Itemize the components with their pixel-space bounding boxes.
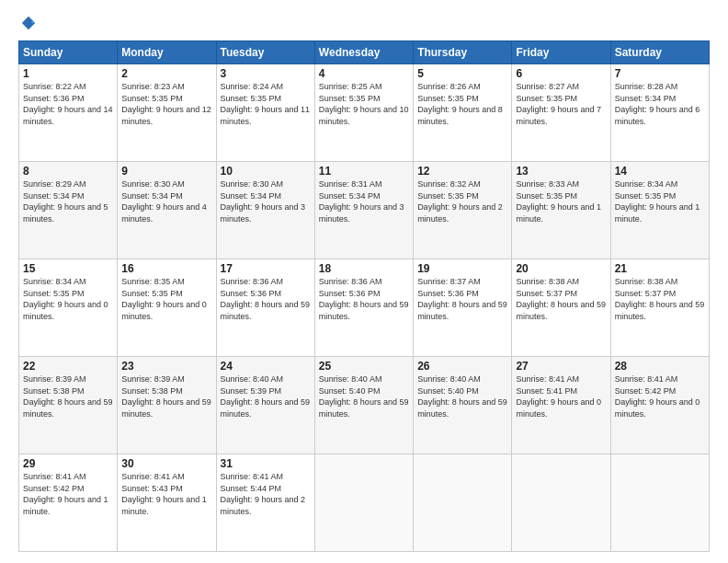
calendar-cell: 5 Sunrise: 8:26 AMSunset: 5:35 PMDayligh… xyxy=(414,64,512,162)
calendar-cell: 14 Sunrise: 8:34 AMSunset: 5:35 PMDaylig… xyxy=(610,162,709,259)
calendar-week-row: 8 Sunrise: 8:29 AMSunset: 5:34 PMDayligh… xyxy=(19,162,710,259)
day-info: Sunrise: 8:41 AMSunset: 5:43 PMDaylight:… xyxy=(121,472,207,516)
day-info: Sunrise: 8:34 AMSunset: 5:35 PMDaylight:… xyxy=(23,277,108,321)
logo-icon xyxy=(20,15,37,31)
day-info: Sunrise: 8:40 AMSunset: 5:40 PMDaylight:… xyxy=(417,374,507,419)
calendar-cell xyxy=(610,454,709,552)
calendar-cell: 29 Sunrise: 8:41 AMSunset: 5:42 PMDaylig… xyxy=(19,454,118,552)
day-info: Sunrise: 8:25 AMSunset: 5:35 PMDaylight:… xyxy=(319,82,409,126)
calendar-cell: 24 Sunrise: 8:40 AMSunset: 5:39 PMDaylig… xyxy=(216,357,314,454)
calendar-cell: 30 Sunrise: 8:41 AMSunset: 5:43 PMDaylig… xyxy=(118,454,216,552)
calendar-week-row: 15 Sunrise: 8:34 AMSunset: 5:35 PMDaylig… xyxy=(19,259,710,357)
day-info: Sunrise: 8:26 AMSunset: 5:35 PMDaylight:… xyxy=(417,82,503,126)
calendar-cell: 28 Sunrise: 8:41 AMSunset: 5:42 PMDaylig… xyxy=(610,357,709,454)
weekday-header-row: SundayMondayTuesdayWednesdayThursdayFrid… xyxy=(19,41,710,64)
day-number: 29 xyxy=(23,457,113,470)
day-number: 23 xyxy=(121,360,211,373)
calendar-page: SundayMondayTuesdayWednesdayThursdayFrid… xyxy=(0,0,728,563)
day-number: 7 xyxy=(615,67,705,80)
calendar-cell: 26 Sunrise: 8:40 AMSunset: 5:40 PMDaylig… xyxy=(414,357,512,454)
day-number: 16 xyxy=(121,262,211,275)
day-info: Sunrise: 8:39 AMSunset: 5:38 PMDaylight:… xyxy=(23,374,113,419)
calendar-cell: 17 Sunrise: 8:36 AMSunset: 5:36 PMDaylig… xyxy=(216,259,314,357)
calendar-week-row: 22 Sunrise: 8:39 AMSunset: 5:38 PMDaylig… xyxy=(19,357,710,454)
calendar-cell: 3 Sunrise: 8:24 AMSunset: 5:35 PMDayligh… xyxy=(216,64,314,162)
day-number: 27 xyxy=(516,360,606,373)
day-info: Sunrise: 8:41 AMSunset: 5:42 PMDaylight:… xyxy=(615,374,700,419)
day-number: 19 xyxy=(417,262,507,275)
weekday-header: Monday xyxy=(118,41,216,64)
calendar-cell xyxy=(414,454,512,552)
day-number: 5 xyxy=(417,67,507,80)
day-number: 28 xyxy=(615,360,705,373)
day-info: Sunrise: 8:40 AMSunset: 5:39 PMDaylight:… xyxy=(221,374,311,419)
day-number: 8 xyxy=(23,165,113,178)
calendar-cell: 8 Sunrise: 8:29 AMSunset: 5:34 PMDayligh… xyxy=(19,162,118,259)
calendar-cell: 10 Sunrise: 8:30 AMSunset: 5:34 PMDaylig… xyxy=(216,162,314,259)
day-info: Sunrise: 8:31 AMSunset: 5:34 PMDaylight:… xyxy=(319,179,404,224)
day-info: Sunrise: 8:36 AMSunset: 5:36 PMDaylight:… xyxy=(319,277,409,321)
day-info: Sunrise: 8:30 AMSunset: 5:34 PMDaylight:… xyxy=(221,179,306,224)
day-info: Sunrise: 8:36 AMSunset: 5:36 PMDaylight:… xyxy=(221,277,311,321)
day-number: 12 xyxy=(417,165,507,178)
weekday-header: Thursday xyxy=(414,41,512,64)
day-number: 17 xyxy=(221,262,311,275)
calendar-cell: 12 Sunrise: 8:32 AMSunset: 5:35 PMDaylig… xyxy=(414,162,512,259)
day-number: 13 xyxy=(516,165,606,178)
day-info: Sunrise: 8:38 AMSunset: 5:37 PMDaylight:… xyxy=(516,277,606,321)
weekday-header: Wednesday xyxy=(314,41,413,64)
calendar-cell: 11 Sunrise: 8:31 AMSunset: 5:34 PMDaylig… xyxy=(314,162,413,259)
day-info: Sunrise: 8:40 AMSunset: 5:40 PMDaylight:… xyxy=(319,374,409,419)
calendar-table: SundayMondayTuesdayWednesdayThursdayFrid… xyxy=(18,40,710,552)
day-info: Sunrise: 8:22 AMSunset: 5:36 PMDaylight:… xyxy=(23,82,113,126)
day-number: 14 xyxy=(615,165,705,178)
day-number: 6 xyxy=(516,67,606,80)
day-number: 11 xyxy=(319,165,409,178)
day-info: Sunrise: 8:35 AMSunset: 5:35 PMDaylight:… xyxy=(121,277,207,321)
day-number: 21 xyxy=(615,262,705,275)
calendar-cell xyxy=(314,454,413,552)
day-info: Sunrise: 8:38 AMSunset: 5:37 PMDaylight:… xyxy=(615,277,705,321)
day-number: 25 xyxy=(319,360,409,373)
day-info: Sunrise: 8:28 AMSunset: 5:34 PMDaylight:… xyxy=(615,82,700,126)
calendar-week-row: 1 Sunrise: 8:22 AMSunset: 5:36 PMDayligh… xyxy=(19,64,710,162)
day-info: Sunrise: 8:30 AMSunset: 5:34 PMDaylight:… xyxy=(121,179,207,224)
day-info: Sunrise: 8:27 AMSunset: 5:35 PMDaylight:… xyxy=(516,82,601,126)
day-number: 18 xyxy=(319,262,409,275)
day-info: Sunrise: 8:41 AMSunset: 5:42 PMDaylight:… xyxy=(23,472,108,516)
calendar-week-row: 29 Sunrise: 8:41 AMSunset: 5:42 PMDaylig… xyxy=(19,454,710,552)
day-number: 3 xyxy=(221,67,311,80)
calendar-cell: 16 Sunrise: 8:35 AMSunset: 5:35 PMDaylig… xyxy=(118,259,216,357)
day-number: 31 xyxy=(221,457,311,470)
day-number: 24 xyxy=(221,360,311,373)
day-number: 2 xyxy=(121,67,211,80)
day-number: 26 xyxy=(417,360,507,373)
calendar-cell: 25 Sunrise: 8:40 AMSunset: 5:40 PMDaylig… xyxy=(314,357,413,454)
calendar-cell: 22 Sunrise: 8:39 AMSunset: 5:38 PMDaylig… xyxy=(19,357,118,454)
day-info: Sunrise: 8:37 AMSunset: 5:36 PMDaylight:… xyxy=(417,277,507,321)
day-info: Sunrise: 8:34 AMSunset: 5:35 PMDaylight:… xyxy=(615,179,700,224)
header xyxy=(18,15,710,31)
calendar-cell: 1 Sunrise: 8:22 AMSunset: 5:36 PMDayligh… xyxy=(19,64,118,162)
day-number: 22 xyxy=(23,360,113,373)
calendar-cell: 9 Sunrise: 8:30 AMSunset: 5:34 PMDayligh… xyxy=(118,162,216,259)
day-number: 30 xyxy=(121,457,211,470)
calendar-cell xyxy=(512,454,610,552)
day-info: Sunrise: 8:41 AMSunset: 5:44 PMDaylight:… xyxy=(221,472,306,516)
day-info: Sunrise: 8:33 AMSunset: 5:35 PMDaylight:… xyxy=(516,179,601,224)
calendar-cell: 15 Sunrise: 8:34 AMSunset: 5:35 PMDaylig… xyxy=(19,259,118,357)
calendar-cell: 20 Sunrise: 8:38 AMSunset: 5:37 PMDaylig… xyxy=(512,259,610,357)
day-info: Sunrise: 8:39 AMSunset: 5:38 PMDaylight:… xyxy=(121,374,211,419)
calendar-cell: 6 Sunrise: 8:27 AMSunset: 5:35 PMDayligh… xyxy=(512,64,610,162)
weekday-header: Sunday xyxy=(19,41,118,64)
calendar-cell: 2 Sunrise: 8:23 AMSunset: 5:35 PMDayligh… xyxy=(118,64,216,162)
weekday-header: Saturday xyxy=(610,41,709,64)
calendar-cell: 27 Sunrise: 8:41 AMSunset: 5:41 PMDaylig… xyxy=(512,357,610,454)
day-number: 10 xyxy=(221,165,311,178)
day-info: Sunrise: 8:24 AMSunset: 5:35 PMDaylight:… xyxy=(221,82,311,126)
calendar-cell: 4 Sunrise: 8:25 AMSunset: 5:35 PMDayligh… xyxy=(314,64,413,162)
calendar-cell: 19 Sunrise: 8:37 AMSunset: 5:36 PMDaylig… xyxy=(414,259,512,357)
calendar-cell: 7 Sunrise: 8:28 AMSunset: 5:34 PMDayligh… xyxy=(610,64,709,162)
day-info: Sunrise: 8:41 AMSunset: 5:41 PMDaylight:… xyxy=(516,374,601,419)
weekday-header: Tuesday xyxy=(216,41,314,64)
